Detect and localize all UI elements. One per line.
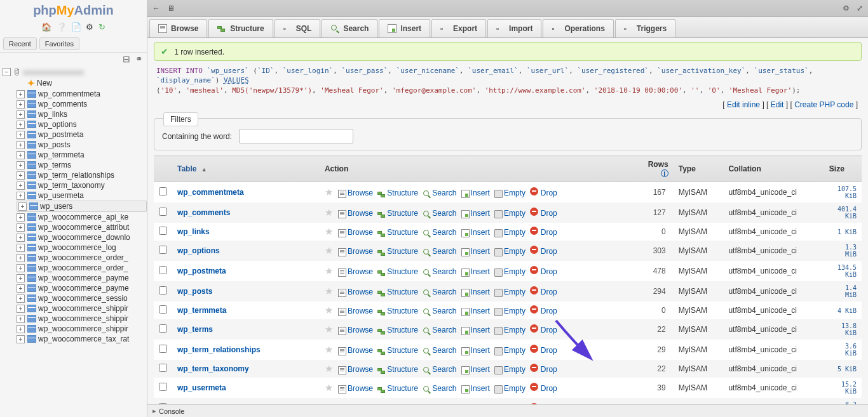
expand-icon[interactable]: + — [17, 121, 25, 129]
tab-insert[interactable]: Insert — [379, 19, 430, 37]
tree-table-link[interactable]: wp_termmeta — [38, 150, 85, 159]
tree-table-item[interactable]: +wp_users — [17, 201, 147, 212]
empty-link[interactable]: Empty — [504, 228, 526, 237]
favorite-icon[interactable]: ★ — [325, 187, 333, 197]
tree-table-link[interactable]: wp_comments — [38, 100, 87, 109]
reload-icon[interactable]: ↻ — [98, 22, 105, 32]
row-checkbox[interactable] — [159, 187, 167, 195]
empty-link[interactable]: Empty — [504, 365, 526, 374]
tree-table-link[interactable]: wp_links — [38, 110, 67, 119]
tree-table-link[interactable]: wp_woocommerce_payme — [38, 284, 129, 293]
empty-link[interactable]: Empty — [504, 384, 526, 393]
drop-link[interactable]: Drop — [541, 288, 557, 296]
drop-link[interactable]: Drop — [541, 326, 557, 334]
structure-link[interactable]: Structure — [387, 189, 418, 197]
table-name-link[interactable]: wp_commentmeta — [177, 188, 244, 197]
expand-icon[interactable]: + — [17, 131, 25, 139]
tab-browse[interactable]: Browse — [149, 19, 207, 37]
search-link[interactable]: Search — [432, 326, 456, 334]
empty-link[interactable]: Empty — [504, 326, 526, 334]
tree-table-link[interactable]: wp_woocommerce_shippir — [38, 304, 128, 313]
row-checkbox[interactable] — [159, 345, 167, 353]
empty-link[interactable]: Empty — [504, 209, 526, 218]
tab-search[interactable]: Search — [322, 19, 377, 37]
browse-link[interactable]: Browse — [348, 228, 373, 237]
favorite-icon[interactable]: ★ — [325, 363, 333, 374]
gear-icon[interactable]: ⚙ — [843, 4, 850, 13]
table-name-link[interactable]: wp_usermeta — [177, 383, 226, 392]
edit-link[interactable]: Edit — [771, 100, 784, 109]
tree-table-item[interactable]: +wp_woocommerce_payme — [17, 273, 147, 283]
insert-link[interactable]: Insert — [471, 267, 490, 276]
tree-table-link[interactable]: wp_woocommerce_shippir — [38, 314, 128, 323]
expand-icon[interactable]: + — [17, 151, 25, 159]
expand-icon[interactable]: + — [17, 171, 25, 180]
search-link[interactable]: Search — [432, 346, 456, 355]
tab-sql[interactable]: ▫SQL — [275, 19, 321, 37]
tree-table-link[interactable]: wp_woocommerce_api_ke — [38, 213, 128, 222]
tree-table-link[interactable]: wp_woocommerce_tax_rat — [38, 334, 129, 343]
recent-tab[interactable]: Recent — [3, 37, 37, 50]
favorite-icon[interactable]: ★ — [325, 245, 333, 256]
drop-link[interactable]: Drop — [541, 189, 557, 197]
browse-link[interactable]: Browse — [348, 247, 373, 256]
browse-link[interactable]: Browse — [348, 189, 373, 197]
insert-link[interactable]: Insert — [471, 384, 490, 393]
expand-icon[interactable]: + — [17, 182, 25, 190]
tree-table-link[interactable]: wp_woocommerce_attribut — [38, 223, 129, 232]
expand-icon[interactable]: + — [17, 325, 25, 333]
insert-link[interactable]: Insert — [471, 228, 490, 237]
structure-link[interactable]: Structure — [387, 384, 418, 393]
structure-link[interactable]: Structure — [387, 247, 418, 256]
insert-link[interactable]: Insert — [471, 346, 490, 355]
collapse-icon[interactable]: − — [3, 68, 11, 76]
col-table[interactable]: Table — [177, 164, 196, 173]
drop-link[interactable]: Drop — [541, 307, 557, 315]
expand-icon[interactable]: + — [17, 284, 25, 293]
structure-link[interactable]: Structure — [387, 307, 418, 315]
search-link[interactable]: Search — [432, 209, 456, 218]
tree-table-link[interactable]: wp_commentmeta — [38, 89, 100, 98]
filter-input[interactable] — [239, 129, 353, 143]
settings-icon[interactable]: ⚙ — [86, 22, 93, 32]
insert-link[interactable]: Insert — [471, 247, 490, 256]
create-php-link[interactable]: Create PHP code — [794, 100, 853, 109]
tree-table-item[interactable]: +wp_terms — [17, 160, 147, 170]
browse-link[interactable]: Browse — [348, 384, 373, 393]
help-icon[interactable]: ❔ — [57, 22, 67, 32]
search-link[interactable]: Search — [432, 307, 456, 315]
favorite-icon[interactable]: ★ — [325, 286, 333, 296]
tree-table-item[interactable]: +wp_woocommerce_sessio — [17, 293, 147, 303]
collapse-panel-icon[interactable]: ⤢ — [857, 4, 863, 13]
tab-operations[interactable]: ▫Operations — [543, 19, 613, 37]
tree-table-link[interactable]: wp_woocommerce_order_ — [38, 253, 128, 262]
expand-icon[interactable]: + — [17, 315, 25, 323]
expand-icon[interactable]: + — [17, 110, 25, 119]
expand-icon[interactable]: + — [17, 223, 25, 232]
tree-table-item[interactable]: +wp_woocommerce_order_ — [17, 253, 147, 263]
db-node[interactable]: − 🛢 xxxxxxxxxxxxxxxx — [3, 67, 147, 77]
tree-table-item[interactable]: +wp_woocommerce_downlo — [17, 232, 147, 242]
insert-link[interactable]: Insert — [471, 209, 490, 218]
row-checkbox[interactable] — [159, 286, 167, 295]
expand-icon[interactable]: + — [17, 100, 25, 109]
row-checkbox[interactable] — [159, 383, 167, 391]
tree-table-link[interactable]: wp_options — [38, 120, 77, 129]
tree-table-item[interactable]: +wp_woocommerce_tax_rat — [17, 334, 147, 344]
tree-table-item[interactable]: +wp_woocommerce_payme — [17, 283, 147, 293]
browse-link[interactable]: Browse — [348, 288, 373, 296]
empty-link[interactable]: Empty — [504, 307, 526, 315]
search-link[interactable]: Search — [432, 228, 456, 237]
expand-icon[interactable]: + — [17, 234, 25, 242]
table-name-link[interactable]: wp_term_taxonomy — [177, 364, 249, 373]
browse-link[interactable]: Browse — [348, 209, 373, 218]
favorite-icon[interactable]: ★ — [325, 265, 333, 276]
insert-link[interactable]: Insert — [471, 307, 490, 315]
info-icon[interactable]: i — [661, 169, 668, 177]
expand-icon[interactable]: + — [17, 295, 25, 303]
structure-link[interactable]: Structure — [387, 228, 418, 237]
logo[interactable]: phpMyAdmin — [0, 0, 147, 21]
tree-table-item[interactable]: +wp_woocommerce_api_ke — [17, 212, 147, 222]
tab-export[interactable]: ▫Export — [431, 19, 486, 37]
console-bar[interactable]: ▸ Console — [147, 404, 868, 417]
